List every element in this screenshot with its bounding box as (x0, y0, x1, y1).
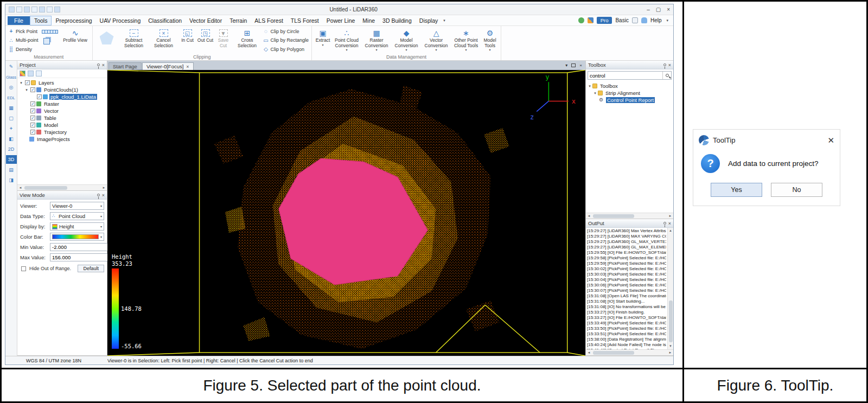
save-cut-button[interactable]: Save Cut (215, 27, 232, 48)
in-cut-button[interactable]: In Cut (180, 27, 196, 43)
scroll-down-icon[interactable]: ▼ (669, 343, 672, 349)
viewer-canvas[interactable]: y x z Height 353.23 148.78 (107, 70, 585, 356)
extract-button[interactable]: Extract ▾ (315, 27, 331, 47)
scroll-left-icon[interactable]: ◄ (586, 351, 592, 354)
tab-start-page[interactable]: Start Page (108, 62, 142, 70)
2d-mode-button[interactable]: 2D (6, 145, 17, 153)
tab-list-caret-icon[interactable]: ▾ (565, 63, 567, 68)
strip-alignment-row[interactable]: ▾ Strip Alignment (586, 89, 673, 97)
checkbox[interactable]: ✓ (37, 94, 42, 99)
user-icon[interactable] (578, 17, 584, 23)
colorize-icon[interactable] (20, 71, 25, 76)
menu-tab-file[interactable]: File (8, 16, 30, 25)
float-panel-icon[interactable] (571, 63, 576, 67)
project-panel-close-icon[interactable]: × (102, 62, 105, 68)
scroll-thumb[interactable] (24, 186, 67, 190)
scroll-thumb[interactable] (669, 300, 673, 342)
pro-mode-button[interactable]: Pro (597, 17, 612, 24)
toolbox-search-input[interactable] (588, 72, 662, 79)
box-tool-icon[interactable] (6, 114, 17, 123)
glass-mode-button[interactable]: Glass (6, 73, 17, 81)
ruler-icon[interactable] (42, 30, 58, 34)
grid-tool-icon[interactable] (6, 104, 17, 112)
clip-by-circle-button[interactable]: Clip by Circle (263, 28, 309, 34)
polygon-selection-button[interactable] (95, 27, 118, 44)
apps-icon[interactable] (588, 17, 593, 23)
raster-conversion-button[interactable]: Raster Conversion ▾ (362, 27, 391, 52)
new-project-icon[interactable] (9, 7, 15, 12)
checkbox[interactable]: ✓ (30, 116, 35, 120)
basic-mode-button[interactable]: Basic (615, 17, 628, 23)
menu-tab-3d-building[interactable]: 3D Building (379, 16, 416, 25)
redo-icon[interactable] (54, 7, 60, 12)
scroll-left-icon[interactable]: ◄ (586, 214, 592, 218)
undo-icon[interactable] (47, 7, 53, 12)
minimize-button[interactable]: – (647, 7, 650, 12)
save-project-icon[interactable] (24, 7, 30, 12)
model-conversion-button[interactable]: Model Conversion ▾ (392, 27, 420, 52)
menu-tab-classification[interactable]: Classification (144, 16, 186, 25)
menu-overflow-caret-icon[interactable]: ▾ (442, 18, 447, 23)
menu-tab-terrain[interactable]: Terrain (226, 16, 251, 25)
crs-label[interactable]: WGS 84 / UTM zone 18N (26, 358, 107, 363)
expander-icon[interactable]: ▾ (592, 91, 598, 95)
edl-mode-button[interactable]: EDL (6, 93, 17, 102)
cloud-icon[interactable] (641, 17, 647, 23)
save-data-icon[interactable] (36, 71, 42, 76)
maximize-button[interactable]: ▢ (656, 7, 661, 12)
out-cut-button[interactable]: Out Cut (197, 27, 214, 43)
expander-icon[interactable]: ▾ (587, 84, 592, 88)
menu-tab-tools[interactable]: Tools (30, 16, 52, 25)
cross-selection-button[interactable]: Cross Selection (233, 27, 261, 48)
tree-row-raster[interactable]: ✓ Raster (17, 100, 107, 107)
checkbox[interactable]: ✓ (30, 123, 35, 127)
open-data-icon[interactable] (28, 71, 34, 76)
layout-toggle-icon[interactable] (632, 17, 638, 23)
hide-out-of-range-checkbox[interactable] (21, 266, 26, 271)
scroll-left-icon[interactable]: ◄ (17, 186, 23, 189)
output-vscrollbar[interactable]: ▲ ▼ (667, 228, 673, 349)
tree-row-table[interactable]: ✓ Table (17, 114, 107, 121)
multi-point-button[interactable]: Multi-point (8, 37, 39, 43)
checkbox[interactable]: ✓ (30, 87, 35, 92)
no-button[interactable]: No (771, 183, 822, 197)
help-caret-icon[interactable]: ▾ (665, 18, 670, 23)
tab-viewer0[interactable]: Viewer-0[Focus] × (142, 62, 194, 70)
model-tools-button[interactable]: Model Tools ▾ (482, 27, 498, 52)
expander-icon[interactable]: ▾ (18, 81, 24, 85)
menu-tab-power-line[interactable]: Power Line (323, 16, 359, 25)
close-button[interactable]: × (667, 7, 670, 12)
profile-view-button[interactable]: Profile View (61, 27, 90, 43)
cancel-selection-button[interactable]: Cancel Selection (150, 27, 178, 48)
3d-mode-button[interactable]: 3D (6, 155, 17, 164)
density-button[interactable]: Density (8, 46, 39, 52)
menu-tab-als-forest[interactable]: ALS Forest (251, 16, 287, 25)
menu-tab-vector-editor[interactable]: Vector Editor (186, 16, 226, 25)
tree-row-imageprojects[interactable]: ImageProjects (17, 136, 107, 143)
display-by-select[interactable]: Height ▾ (50, 222, 104, 231)
pan-tool-icon[interactable] (6, 124, 17, 133)
tree-row-layers[interactable]: ▾ ✓ Layers (17, 79, 107, 86)
checkbox[interactable]: ✓ (25, 80, 30, 85)
subtract-selection-button[interactable]: Subtract Selection (120, 27, 148, 48)
clip-by-polygon-button[interactable]: Clip by Polygon (263, 46, 309, 52)
menu-tab-mine[interactable]: Mine (359, 16, 379, 25)
circle-tool-icon[interactable] (6, 83, 17, 92)
pick-point-button[interactable]: Pick Point (8, 28, 39, 34)
scroll-up-icon[interactable]: ▲ (669, 228, 672, 234)
menu-tab-preprocessing[interactable]: Preprocessing (52, 16, 95, 25)
other-point-cloud-tools-button[interactable]: Other Point Cloud Tools ▾ (452, 27, 480, 52)
toolbox-hscrollbar[interactable]: ◄ ► (586, 213, 673, 219)
pin-icon[interactable] (663, 63, 666, 66)
scroll-right-icon[interactable]: ► (101, 186, 107, 189)
scroll-thumb[interactable] (593, 351, 634, 355)
checkbox[interactable]: ✓ (30, 130, 35, 135)
tree-row-vector[interactable]: ✓ Vector (17, 107, 107, 114)
pin-icon[interactable] (663, 222, 666, 225)
expander-icon[interactable]: ▾ (24, 88, 29, 92)
pin-icon[interactable] (97, 63, 100, 66)
add-data-icon[interactable] (31, 7, 37, 12)
scroll-thumb[interactable] (593, 214, 634, 218)
scroll-right-icon[interactable]: ► (667, 351, 673, 354)
search-icon[interactable] (662, 72, 671, 79)
